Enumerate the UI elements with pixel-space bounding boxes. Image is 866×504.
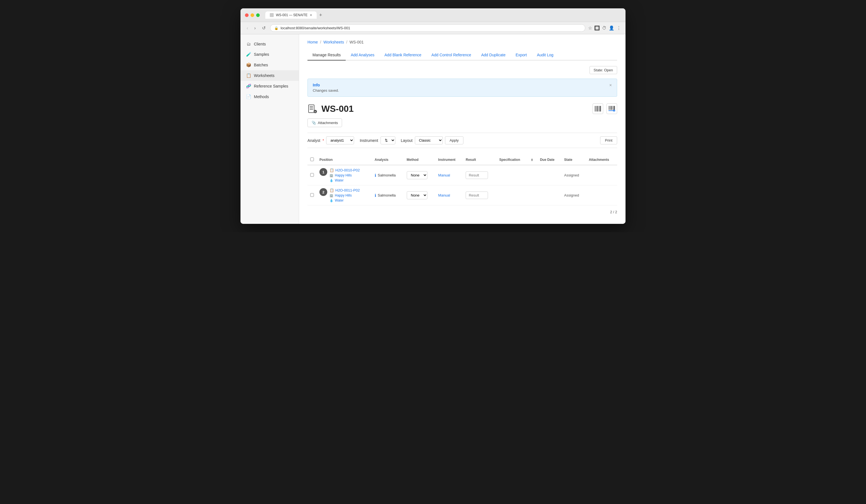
row-0-result[interactable] [463, 165, 496, 185]
tab-audit-log[interactable]: Audit Log [532, 50, 558, 60]
attachments-label: Attachments [318, 121, 338, 125]
forward-button[interactable]: › [253, 25, 257, 31]
tab-manage-results[interactable]: Manage Results [308, 50, 346, 60]
sidebar-item-reference-samples[interactable]: 🧬 Reference Samples [241, 81, 299, 91]
attachments-button[interactable]: 📎 Attachments [308, 118, 342, 127]
svg-rect-12 [609, 106, 609, 110]
layout-label: Layout [401, 138, 413, 143]
back-button[interactable]: ‹ [245, 25, 250, 31]
select-all-checkbox[interactable] [310, 158, 314, 161]
svg-rect-7 [596, 106, 596, 112]
svg-rect-10 [599, 106, 600, 112]
breadcrumb-sep-1: / [320, 40, 321, 44]
sidebar-item-batches[interactable]: 📦 Batches [241, 60, 299, 70]
row-0-method[interactable]: None [404, 165, 435, 185]
svg-rect-13 [610, 106, 610, 110]
analyst-field: Analyst * analyst1 [308, 136, 354, 145]
row-0-position: 1 📋 H2O-0010-P02 🏢 Happy Hills 💧 Water [317, 165, 372, 185]
header-plusminus: ± [528, 155, 537, 165]
sidebar-item-clients[interactable]: 🗂 Clients [241, 39, 299, 49]
tab-add-blank-reference[interactable]: Add Blank Reference [379, 50, 426, 60]
matrix-link-0[interactable]: 💧 Water [330, 179, 359, 182]
extension-icon-1[interactable]: 🔲 [594, 25, 600, 31]
client-icon-1: 🏢 [330, 194, 333, 197]
url-bar[interactable]: 🔒 localhost:8080/senaite/worksheets/WS-0… [270, 24, 585, 32]
tab-favicon [270, 13, 274, 17]
row-1-result[interactable] [463, 185, 496, 205]
tab-add-analyses[interactable]: Add Analyses [346, 50, 379, 60]
layout-field: Layout Classic Apply [401, 136, 464, 145]
instrument-link-1[interactable]: Manual [438, 193, 460, 197]
reload-button[interactable]: ↺ [260, 25, 267, 31]
window-controls [245, 13, 260, 17]
breadcrumb-worksheets[interactable]: Worksheets [323, 40, 344, 44]
svg-rect-0 [309, 105, 314, 113]
client-link-0[interactable]: 🏢 Happy Hills [330, 173, 359, 177]
svg-rect-8 [597, 106, 598, 112]
new-tab-button[interactable]: + [317, 11, 324, 19]
tab-add-duplicate[interactable]: Add Duplicate [476, 50, 511, 60]
row-1-specification [497, 185, 529, 205]
row-1-state: Assigned [561, 185, 586, 205]
analyst-select[interactable]: analyst1 [326, 136, 354, 145]
active-tab[interactable]: WS-001 — SENAITE ✕ [265, 11, 317, 19]
print-button[interactable]: Print [600, 136, 617, 145]
sidebar-label-worksheets: Worksheets [254, 73, 275, 78]
instrument-field: Instrument ⇅ [359, 136, 395, 145]
method-select-0[interactable]: None [407, 171, 428, 179]
sample-id-link-1[interactable]: 📋 H2O-0011-P02 [330, 188, 359, 192]
layout-select[interactable]: Classic [415, 136, 443, 145]
row-0-instrument: Manual [435, 165, 463, 185]
client-link-1[interactable]: 🏢 Happy Hills [330, 193, 359, 197]
breadcrumb-home[interactable]: Home [308, 40, 318, 44]
sidebar-item-methods[interactable]: 📄 Methods [241, 91, 299, 102]
sidebar-item-worksheets[interactable]: 📋 Worksheets [241, 70, 299, 81]
paperclip-icon: 📎 [312, 121, 316, 125]
row-1-method[interactable]: None [404, 185, 435, 205]
url-text: localhost:8080/senaite/worksheets/WS-001 [281, 26, 350, 30]
extension-icon-2[interactable]: ⏱ [602, 26, 607, 31]
row-1-checkbox[interactable] [310, 193, 314, 197]
position-number-1: 2 [320, 188, 327, 196]
tab-export[interactable]: Export [511, 50, 532, 60]
svg-rect-15 [612, 106, 612, 110]
sample-id-link-0[interactable]: 📋 H2O-0010-P02 [330, 168, 359, 172]
header-check [308, 155, 317, 165]
result-input-0[interactable] [466, 171, 488, 179]
sidebar-item-samples[interactable]: 🧪 Samples [241, 49, 299, 60]
row-0-check [308, 165, 317, 185]
result-input-1[interactable] [466, 192, 488, 199]
row-0-state: Assigned [561, 165, 586, 185]
tab-bar: WS-001 — SENAITE ✕ + [265, 11, 621, 19]
pagination: 2 / 2 [308, 205, 617, 216]
matrix-link-1[interactable]: 💧 Water [330, 198, 359, 202]
apply-button[interactable]: Apply [445, 136, 464, 145]
bookmark-icon[interactable]: ☆ [588, 25, 592, 31]
row-1-instrument: Manual [435, 185, 463, 205]
barcode-icons [592, 103, 617, 114]
state-badge-container: State: Open [308, 66, 617, 74]
info-banner-close[interactable]: × [609, 83, 612, 88]
row-0-checkbox[interactable] [310, 173, 314, 177]
reference-samples-icon: 🧬 [246, 84, 251, 89]
barcode-icon[interactable] [592, 103, 603, 114]
instrument-select[interactable]: ⇅ [380, 136, 395, 145]
tab-add-control-reference[interactable]: Add Control Reference [426, 50, 476, 60]
minimize-button[interactable] [251, 13, 254, 17]
header-state: State [561, 155, 586, 165]
tab-title: WS-001 — SENAITE [276, 13, 308, 17]
worksheet-title: WS-001 [321, 104, 354, 114]
close-button[interactable] [245, 13, 248, 17]
maximize-button[interactable] [256, 13, 260, 17]
row-1-plusminus [528, 185, 537, 205]
analysis-name-0: Salmonella [378, 173, 396, 177]
profile-icon[interactable]: 👤 [609, 25, 614, 31]
menu-icon[interactable]: ⋮ [617, 25, 621, 31]
instrument-link-0[interactable]: Manual [438, 173, 460, 177]
tab-close-button[interactable]: ✕ [310, 13, 312, 17]
info-icon-1: ℹ [375, 193, 376, 198]
row-0-analysis: ℹ Salmonella [372, 165, 404, 185]
method-select-1[interactable]: None [407, 191, 428, 199]
barcode-scan-icon[interactable] [607, 103, 617, 114]
worksheet-header: + WS-001 [308, 103, 617, 114]
